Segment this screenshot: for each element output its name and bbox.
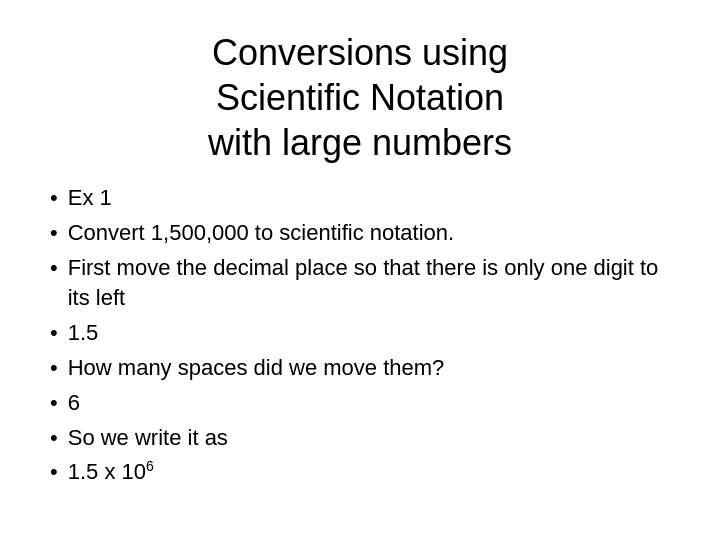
bullet-icon: • (50, 388, 58, 419)
bullet-text: 1.5 (68, 318, 670, 349)
slide-title: Conversions using Scientific Notation wi… (50, 30, 670, 165)
bullet-icon: • (50, 183, 58, 214)
bullet-text: 6 (68, 388, 670, 419)
list-item: • How many spaces did we move them? (50, 353, 670, 384)
title-line3: with large numbers (208, 122, 512, 163)
bullet-text: Ex 1 (68, 183, 670, 214)
bullet-text: First move the decimal place so that the… (68, 253, 670, 315)
bullet-text: 1.5 x 106 (68, 457, 670, 488)
list-item: • So we write it as (50, 423, 670, 454)
list-item: • Ex 1 (50, 183, 670, 214)
bullet-text: How many spaces did we move them? (68, 353, 670, 384)
superscript: 6 (146, 458, 154, 474)
list-item: • First move the decimal place so that t… (50, 253, 670, 315)
bullet-icon: • (50, 218, 58, 249)
bullet-icon: • (50, 423, 58, 454)
slide: Conversions using Scientific Notation wi… (0, 0, 720, 540)
list-item: • Convert 1,500,000 to scientific notati… (50, 218, 670, 249)
list-item: • 1.5 (50, 318, 670, 349)
bullet-icon: • (50, 353, 58, 384)
bullet-text: Convert 1,500,000 to scientific notation… (68, 218, 670, 249)
bullet-text: So we write it as (68, 423, 670, 454)
title-line1: Conversions using (212, 32, 508, 73)
bullet-icon: • (50, 457, 58, 488)
list-item: • 1.5 x 106 (50, 457, 670, 488)
title-line2: Scientific Notation (216, 77, 504, 118)
bullet-icon: • (50, 253, 58, 284)
bullet-list: • Ex 1 • Convert 1,500,000 to scientific… (50, 183, 670, 493)
bullet-icon: • (50, 318, 58, 349)
list-item: • 6 (50, 388, 670, 419)
